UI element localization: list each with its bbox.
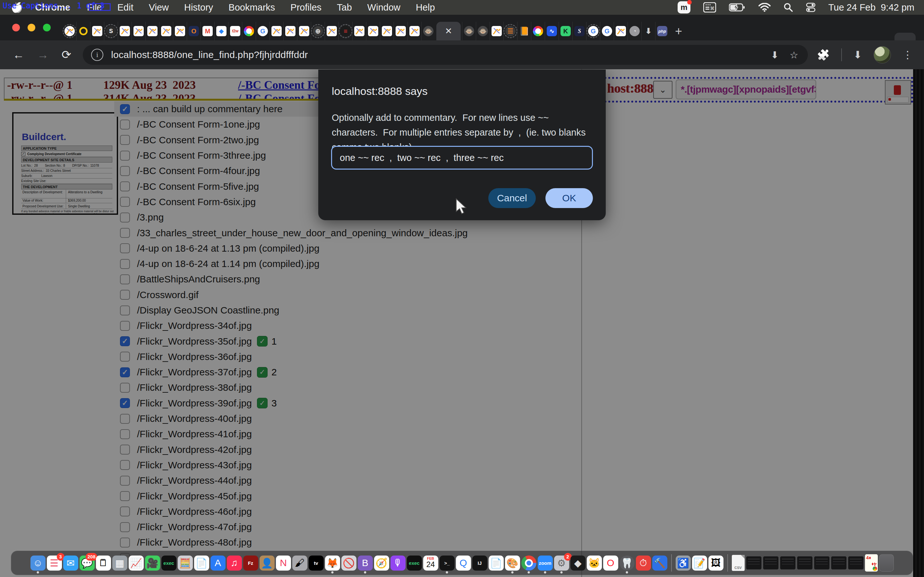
close-window-button[interactable] [12, 24, 20, 31]
dock-item-blocked-app[interactable]: 🚫 [341, 556, 357, 571]
profile-avatar[interactable] [874, 46, 891, 63]
site-info-icon[interactable]: i [91, 49, 103, 61]
dock-item-apple-tv[interactable]: tv [309, 556, 324, 571]
dock-item-writer[interactable]: 📄 [489, 556, 504, 571]
dock-item-reminders[interactable]: ☰3 [47, 556, 62, 571]
battery-icon[interactable] [729, 3, 746, 12]
menu-bar-clock[interactable]: Tue 24 Feb 9:42 pm [829, 2, 914, 13]
pinned-tab-googleG-14[interactable]: G [256, 22, 270, 40]
dock-item-min-window-1[interactable] [746, 556, 762, 570]
dock-item-messages[interactable]: 💬208 [79, 556, 95, 571]
notification-app-icon[interactable]: m [678, 1, 690, 13]
pinned-tab-chart-2[interactable] [90, 22, 104, 40]
dock-item-finder[interactable]: ☺ [31, 556, 45, 571]
dock-item-terminal[interactable]: >_ [439, 556, 455, 571]
pinned-tab-dots-13[interactable] [242, 22, 256, 40]
pinned-tab-googleG-37[interactable]: G [586, 22, 600, 40]
dock-item-facetime[interactable]: 🎥 [145, 556, 160, 571]
dock-item-speed-gauge[interactable]: ⏱ [636, 556, 651, 571]
dock-item-accessibility-inspector[interactable]: ♿ [676, 556, 691, 571]
dock-item-min-window-6[interactable] [831, 556, 846, 570]
dock-item-firefox[interactable]: 🦊 [325, 556, 340, 571]
pinned-tab-chart-24[interactable] [394, 22, 407, 40]
pinned-tab-ringC-1[interactable] [76, 22, 90, 40]
pinned-tab-f2w-12[interactable]: f2w [228, 22, 242, 40]
pinned-tab-redstripe-20[interactable]: ≡ [338, 22, 352, 40]
dock-item-textedit[interactable]: 📄 [194, 556, 209, 571]
wifi-icon[interactable] [758, 3, 771, 12]
pinned-tab-chart-21[interactable] [352, 22, 366, 40]
dock-item-min-window-7[interactable] [848, 556, 864, 570]
pinned-tab-orangeO-9[interactable]: O [187, 22, 200, 40]
pinned-tab-kgreen-35[interactable]: K [559, 22, 572, 40]
active-tab[interactable]: ✕ [436, 22, 461, 40]
pinned-tab-gmail-10[interactable]: M [200, 22, 214, 40]
dock-item-terminal-exec[interactable]: exec [162, 556, 176, 571]
menu-item-window[interactable]: Window [367, 2, 401, 13]
dock-item-min-window-3[interactable] [780, 556, 796, 570]
dock-item-inkscape[interactable]: ◆ [570, 556, 586, 571]
forward-button[interactable]: → [37, 48, 49, 61]
pinned-tab-php-42[interactable]: php [655, 22, 669, 40]
menu-item-history[interactable]: History [184, 2, 213, 13]
pinned-tab-download-41[interactable]: ⬇ [641, 22, 655, 40]
address-bar[interactable]: i localhost:8888/one_line_find.php?fjhjr… [83, 45, 808, 65]
pinned-tab-globe-18[interactable]: ⊕ [311, 22, 325, 40]
dock-item-app-store[interactable]: A [210, 556, 226, 571]
back-button[interactable]: ← [13, 48, 24, 61]
dock-item-settings[interactable]: ⚙2 [554, 556, 569, 571]
dock-item-graphs[interactable]: 📈 [129, 556, 144, 571]
pinned-tab-abc-34[interactable]: ∿ [545, 22, 559, 40]
dock-item-news[interactable]: N [276, 556, 291, 571]
pinned-tab-chart-6[interactable] [145, 22, 159, 40]
dock-item-tooth-app[interactable]: 🦷 [620, 556, 635, 571]
pinned-tab-chart-39[interactable] [614, 22, 628, 40]
zoom-window-button[interactable] [43, 24, 51, 31]
dock-item-safari[interactable]: 🧭 [374, 556, 389, 571]
pinned-tab-monkey-28[interactable]: 🐵 [462, 22, 476, 40]
pinned-tab-chart-19[interactable] [325, 22, 338, 40]
pinned-tab-stackoverflow-31[interactable]: ☰ [503, 22, 517, 40]
dock-item-calculator[interactable]: 🧮 [178, 556, 193, 571]
new-tab-button[interactable]: + [669, 22, 688, 40]
dock-item-bbedit[interactable]: B [358, 556, 373, 571]
pinned-tab-chart-15[interactable] [270, 22, 283, 40]
browser-menu-icon[interactable]: ⋮ [903, 49, 913, 61]
dock-item-launchpad[interactable]: ▦ [112, 556, 128, 571]
bookmark-star-icon[interactable]: ☆ [790, 49, 798, 61]
dock-item-filezilla[interactable]: Fz [243, 556, 258, 571]
dock-item-quicktime[interactable]: Q [456, 556, 471, 571]
pinned-tab-chart-17[interactable] [297, 22, 311, 40]
pinned-tab-chart-30[interactable] [489, 22, 503, 40]
menu-item-edit[interactable]: Edit [118, 2, 134, 13]
dock-item-opera[interactable]: O [603, 556, 618, 571]
dock-item-photos-stack[interactable]: 🖼 [708, 556, 724, 571]
pinned-tab-chart-5[interactable] [132, 22, 145, 40]
pinned-tab-chart-25[interactable] [407, 22, 421, 40]
minimize-window-button[interactable] [27, 24, 35, 31]
pinned-tab-monkey-26[interactable]: 🐵 [421, 22, 435, 40]
menu-item-bookmarks[interactable]: Bookmarks [228, 2, 275, 13]
dock-item-xcode[interactable]: 🔨 [652, 556, 667, 571]
pinned-tab-dots-33[interactable] [531, 22, 545, 40]
control-center-icon[interactable] [806, 3, 816, 12]
dock-item-notes[interactable]: 🗒 [96, 556, 111, 571]
reload-button[interactable]: ⟳ [61, 48, 71, 61]
pinned-tab-snavy-36[interactable]: S [572, 22, 586, 40]
pinned-tab-book-32[interactable]: 📙 [517, 22, 531, 40]
spotlight-search-icon[interactable] [783, 3, 793, 12]
menu-item-tab[interactable]: Tab [337, 2, 352, 13]
dock-item-csv-file[interactable]: CSV [732, 555, 745, 571]
download-page-icon[interactable]: ⬇ [771, 49, 779, 61]
dock-item-min-window-5[interactable] [814, 556, 830, 570]
pinned-tab-chart-23[interactable] [380, 22, 394, 40]
dialog-prompt-input[interactable]: one ~~ rec , two ~~ rec , three ~~ rec [331, 146, 593, 169]
dock-item-contacts[interactable]: 👤 [260, 556, 275, 571]
dock-item-art-app[interactable]: 🎨 [505, 556, 520, 571]
pinned-tab-bluedia-11[interactable]: ◆ [214, 22, 228, 40]
dock-item-mail[interactable]: ✉ [63, 556, 78, 571]
extensions-icon[interactable]: 🧩 [817, 49, 830, 61]
menu-item-view[interactable]: View [149, 2, 169, 13]
dock-item-pencil-notes[interactable]: 📝 [692, 556, 707, 571]
dock-item-podcasts[interactable]: 🎙 [391, 556, 405, 571]
